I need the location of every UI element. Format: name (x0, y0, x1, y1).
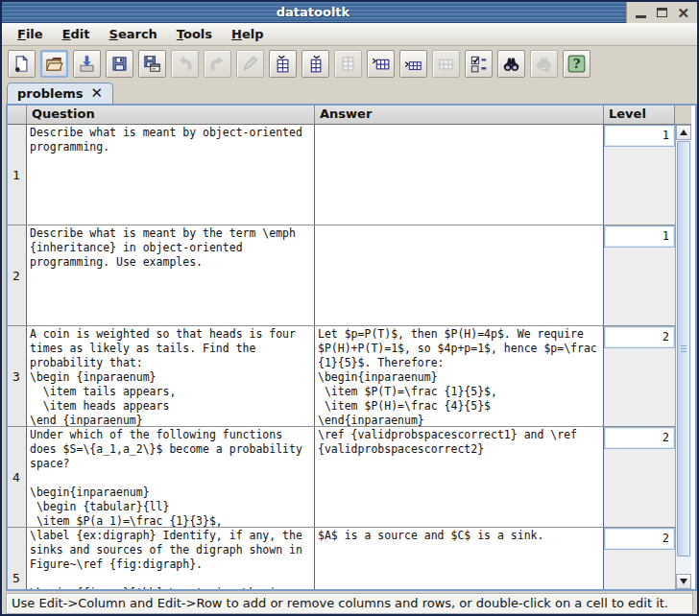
level-value: 2 (604, 528, 675, 550)
window-title: datatooltk (2, 5, 624, 19)
edit-cell-button (236, 50, 264, 78)
scroll-down-button[interactable] (676, 574, 691, 589)
save-as-icon (143, 55, 161, 73)
close-icon: ✕ (677, 6, 689, 20)
insert-row-before-icon (372, 55, 390, 73)
level-cell[interactable]: 2 (604, 427, 675, 527)
svg-text:?: ? (573, 57, 581, 71)
answer-cell[interactable] (315, 225, 604, 325)
vertical-scrollbar[interactable] (675, 125, 691, 589)
insert-row-before-button[interactable] (367, 50, 395, 78)
question-cell[interactable]: A coin is weighted so that heads is four… (27, 326, 315, 426)
maximize-button[interactable] (655, 5, 670, 20)
find-next-icon (535, 55, 553, 73)
level-cell[interactable]: 1 (604, 225, 675, 325)
row-number[interactable]: 1 (8, 125, 27, 225)
arrow-down-icon (680, 579, 687, 584)
question-cell[interactable]: Describe what is meant by object-oriente… (27, 125, 315, 225)
row-number[interactable]: 2 (8, 225, 27, 325)
column-header-answer[interactable]: Answer (315, 106, 604, 125)
data-table: Question Answer Level 1Describe what is … (6, 104, 697, 591)
level-value: 1 (604, 225, 675, 248)
row-number[interactable]: 4 (8, 427, 27, 527)
table-row: 1Describe what is meant by object-orient… (8, 125, 675, 225)
app-window: datatooltk ✕ FileEditSearchToolsHelp ? p… (0, 0, 699, 616)
close-button[interactable]: ✕ (676, 5, 691, 20)
save-icon (110, 55, 129, 73)
status-bar: Use Edit->Column and Edit->Row to add or… (6, 593, 693, 614)
scroll-up-button[interactable] (676, 125, 691, 140)
insert-column-after-button[interactable] (301, 50, 329, 78)
arrow-up-icon (680, 130, 687, 135)
tab-problems[interactable]: problems ✕ (7, 83, 113, 104)
level-value: 2 (604, 427, 675, 449)
edit-cell-icon (241, 55, 259, 73)
menu-search[interactable]: Search (102, 25, 165, 43)
scrollbar-grip-icon (681, 345, 687, 353)
titlebar[interactable]: datatooltk ✕ (2, 2, 697, 23)
remove-row-button (432, 50, 460, 78)
question-cell[interactable]: Under which of the following functions d… (27, 427, 315, 527)
insert-row-after-button[interactable] (399, 50, 427, 78)
menu-tools[interactable]: Tools (169, 25, 220, 43)
redo-button (204, 50, 231, 78)
column-header-level[interactable]: Level (604, 106, 675, 125)
tab-bar: problems ✕ (2, 81, 697, 104)
window-controls: ✕ (626, 2, 697, 23)
level-value: 1 (604, 125, 675, 147)
table-row: 2Describe what is meant by the term \emp… (8, 225, 675, 326)
close-tab-icon[interactable]: ✕ (91, 86, 104, 101)
open-file-icon (45, 55, 63, 73)
answer-cell[interactable] (315, 125, 604, 225)
table-header: Question Answer Level (8, 106, 695, 125)
minimize-icon (636, 15, 646, 18)
question-cell[interactable]: \label {ex:digraph} Identify, if any, th… (27, 528, 315, 589)
menu-help[interactable]: Help (224, 25, 271, 43)
table-row: 5\label {ex:digraph} Identify, if any, t… (8, 528, 675, 589)
answer-cell[interactable]: $A$ is a source and $C$ is a sink. (315, 528, 604, 589)
help-button[interactable]: ? (563, 50, 591, 78)
answer-cell[interactable]: Let $p=P(T)$, then $P(H)=4p$. We require… (315, 326, 604, 426)
insert-column-after-icon (306, 55, 325, 73)
find-button[interactable] (497, 50, 525, 78)
minimize-button[interactable] (633, 5, 648, 20)
question-cell[interactable]: Describe what is meant by the term \emph… (27, 225, 315, 325)
scrollbar-corner (675, 106, 691, 125)
table-row: 4Under which of the following functions … (8, 427, 675, 528)
remove-column-button (334, 50, 362, 78)
new-file-button[interactable] (8, 50, 36, 78)
open-file-button[interactable] (40, 50, 68, 78)
level-cell[interactable]: 2 (604, 326, 675, 426)
preferences-icon (470, 55, 488, 73)
menu-file[interactable]: File (10, 25, 51, 43)
undo-button (171, 50, 199, 78)
redo-icon (208, 55, 227, 73)
tab-label: problems (17, 86, 84, 101)
answer-cell[interactable]: \ref {validprobspacescorrect1} and \ref … (315, 427, 604, 527)
find-next-button (530, 50, 558, 78)
preferences-button[interactable] (465, 50, 493, 78)
menu-edit[interactable]: Edit (55, 25, 98, 43)
scrollbar-thumb[interactable] (677, 141, 690, 557)
find-icon (502, 55, 520, 73)
row-number[interactable]: 3 (8, 326, 27, 426)
level-value: 2 (604, 326, 675, 348)
new-file-icon (12, 55, 31, 73)
import-button[interactable] (73, 50, 101, 78)
row-number[interactable]: 5 (8, 528, 27, 589)
remove-column-icon (339, 55, 357, 73)
column-header-question[interactable]: Question (27, 106, 315, 125)
table-viewport: 1Describe what is meant by object-orient… (8, 125, 695, 589)
save-button[interactable] (106, 50, 133, 78)
level-cell[interactable]: 1 (604, 125, 675, 225)
table-body: 1Describe what is meant by object-orient… (8, 125, 675, 589)
insert-column-before-button[interactable] (269, 50, 297, 78)
level-cell[interactable]: 2 (604, 528, 675, 589)
save-as-button[interactable] (138, 50, 166, 78)
toolbar: ? (2, 46, 697, 81)
row-number-header (8, 106, 27, 125)
insert-column-before-icon (274, 55, 292, 73)
help-icon: ? (567, 55, 586, 73)
import-icon (78, 55, 96, 73)
remove-row-icon (437, 55, 455, 73)
